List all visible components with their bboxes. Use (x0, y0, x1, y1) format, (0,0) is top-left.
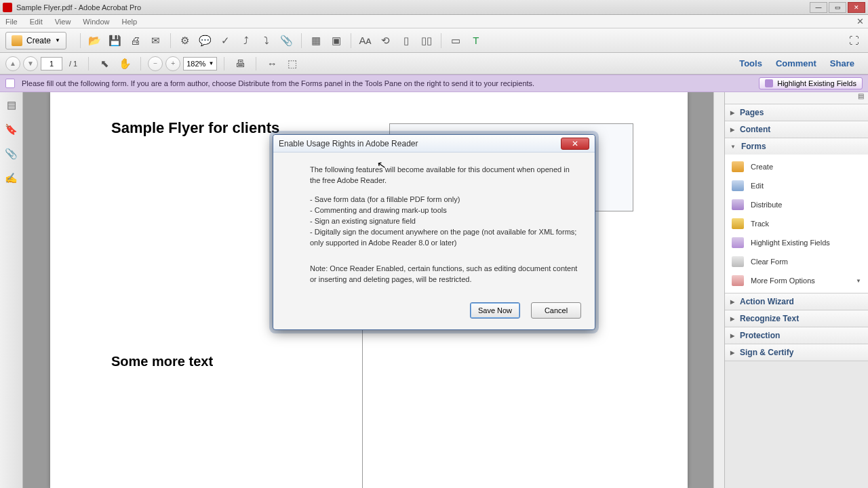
vertical-scrollbar[interactable] (713, 92, 724, 488)
forms-highlight[interactable]: Highlight Existing Fields (725, 233, 868, 252)
tools-panel: ▤ ▶Pages ▶Content ▼Forms Create Edit Dis… (724, 92, 868, 488)
dialog-feature-2: Commenting and drawing mark-up tools (310, 205, 578, 216)
tools-link[interactable]: Tools (739, 58, 762, 68)
save-button[interactable]: 💾 (106, 32, 124, 49)
tab-close-button[interactable]: ✕ (856, 16, 864, 26)
panel-options[interactable]: ▤ (725, 92, 868, 104)
cancel-button[interactable]: Cancel (531, 302, 581, 319)
thumbnails-icon[interactable]: ▤ (5, 99, 18, 111)
save-now-button[interactable]: Save Now (470, 302, 520, 319)
hand-tool-icon[interactable]: ✋ (116, 55, 134, 73)
dialog-close-button[interactable]: ✕ (561, 138, 589, 150)
create-button[interactable]: Create ▼ (5, 32, 66, 49)
fullscreen-icon[interactable]: ⛶ (845, 32, 863, 49)
dialog-body: The following features will become avail… (273, 152, 595, 302)
form-icon[interactable]: ▦ (307, 32, 325, 49)
notice-text: Please fill out the following form. If y… (22, 79, 759, 87)
page-down-button[interactable]: ▼ (23, 56, 38, 71)
zoom-select[interactable]: 182%▼ (183, 57, 217, 70)
nav-toolbar: ▲ ▼ / 1 ⬉ ✋ − + 182%▼ 🖶 ↔ ⬚ Tools Commen… (0, 53, 868, 75)
minimize-button[interactable]: — (810, 2, 827, 13)
window-title: Sample Flyer.pdf - Adobe Acrobat Pro (16, 3, 810, 12)
app-icon (3, 3, 12, 12)
zoom-out-button[interactable]: − (148, 56, 163, 71)
forms-clear[interactable]: Clear Form (725, 252, 868, 271)
page-number-input[interactable] (41, 57, 62, 70)
dialog-note: Note: Once Reader Enabled, certain funct… (310, 264, 578, 285)
panel-pages[interactable]: ▶Pages (725, 104, 868, 121)
form-icon (5, 79, 15, 88)
open-button[interactable]: 📂 (86, 32, 104, 49)
combine-icon[interactable]: ⤵ (258, 32, 275, 49)
multimedia-icon[interactable]: ▣ (328, 32, 345, 49)
forms-distribute[interactable]: Distribute (725, 195, 868, 214)
dialog-feature-3: Sign an existing signature field (310, 216, 578, 227)
panel-sign-certify[interactable]: ▶Sign & Certify (725, 344, 868, 361)
enable-usage-rights-dialog: Enable Usage Rights in Adobe Reader ✕ Th… (273, 134, 595, 330)
settings-icon[interactable]: ⚙ (176, 32, 194, 49)
panel-recognize-text[interactable]: ▶Recognize Text (725, 310, 868, 327)
stamp-icon[interactable]: ✓ (217, 32, 235, 49)
select-tool-icon[interactable]: ⬉ (96, 55, 113, 73)
left-nav-rail: ▤ 🔖 📎 ✍ (0, 92, 23, 488)
close-button[interactable]: ✕ (848, 2, 865, 13)
forms-create[interactable]: Create (725, 157, 868, 176)
page-up-button[interactable]: ▲ (5, 56, 20, 71)
print-icon[interactable]: 🖶 (231, 55, 249, 73)
menu-window[interactable]: Window (83, 18, 109, 26)
forms-edit[interactable]: Edit (725, 176, 868, 195)
text-tool-icon[interactable]: T (467, 32, 485, 49)
bookmarks-icon[interactable]: 🔖 (5, 123, 18, 136)
doc-subtitle: Some more text (111, 354, 627, 369)
menu-file[interactable]: File (5, 18, 18, 26)
attachments-icon[interactable]: 📎 (5, 148, 18, 160)
forms-more-options[interactable]: More Form Options▼ (725, 271, 868, 290)
panel-content[interactable]: ▶Content (725, 121, 868, 138)
menu-help[interactable]: Help (121, 18, 137, 26)
dialog-titlebar: Enable Usage Rights in Adobe Reader ✕ (273, 135, 595, 152)
create-icon (12, 35, 22, 46)
form-notice-bar: Please fill out the following form. If y… (0, 75, 868, 92)
panel-protection[interactable]: ▶Protection (725, 327, 868, 344)
dialog-feature-4: Digitally sign the document anywhere on … (310, 227, 578, 249)
chevron-down-icon: ▼ (55, 37, 60, 43)
dialog-feature-1: Save form data (for a fillable PDF form … (310, 195, 578, 205)
comment-icon[interactable]: 💬 (197, 32, 214, 49)
main-toolbar: Create ▼ 📂 💾 🖨 ✉ ⚙ 💬 ✓ ⤴ ⤵ 📎 ▦ ▣ Aᴀ ⟲ ▯ … (0, 28, 868, 53)
share-link[interactable]: Share (830, 58, 854, 68)
window-titlebar: Sample Flyer.pdf - Adobe Acrobat Pro — ▭… (0, 0, 868, 15)
panel-action-wizard[interactable]: ▶Action Wizard (725, 293, 868, 310)
dialog-intro: The following features will become avail… (310, 165, 578, 186)
email-button[interactable]: ✉ (147, 32, 165, 49)
create-label: Create (26, 36, 51, 45)
forms-track[interactable]: Track (725, 214, 868, 233)
panel-forms[interactable]: ▼Forms (725, 138, 868, 155)
single-page-icon[interactable]: ▯ (397, 32, 415, 49)
highlight-fields-button[interactable]: Highlight Existing Fields (759, 77, 863, 89)
attach-icon[interactable]: 📎 (278, 32, 296, 49)
print-button[interactable]: 🖨 (127, 32, 144, 49)
two-page-icon[interactable]: ▯▯ (418, 32, 435, 49)
zoom-in-button[interactable]: + (165, 56, 180, 71)
export-icon[interactable]: ⤴ (237, 32, 255, 49)
page-icon[interactable]: ▭ (447, 32, 465, 49)
menu-view[interactable]: View (55, 18, 71, 26)
maximize-button[interactable]: ▭ (829, 2, 846, 13)
dialog-title: Enable Usage Rights in Adobe Reader (279, 139, 561, 148)
highlight-icon (765, 79, 773, 87)
fit-width-icon[interactable]: ↔ (263, 55, 281, 73)
menu-edit[interactable]: Edit (30, 18, 43, 26)
page-total: / 1 (69, 60, 77, 68)
text-size-icon[interactable]: Aᴀ (357, 32, 374, 49)
signatures-icon[interactable]: ✍ (5, 172, 18, 184)
rotate-icon[interactable]: ⟲ (377, 32, 395, 49)
menu-bar: File Edit View Window Help ✕ (0, 15, 868, 28)
comment-link[interactable]: Comment (776, 58, 816, 68)
fit-page-icon[interactable]: ⬚ (283, 55, 301, 73)
